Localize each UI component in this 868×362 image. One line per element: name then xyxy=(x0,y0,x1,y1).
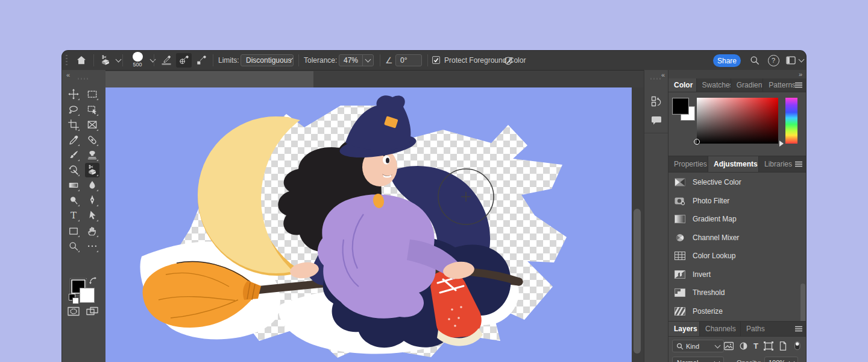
tool-background-eraser[interactable] xyxy=(85,163,99,177)
filter-adjustment-layers-icon[interactable] xyxy=(739,341,748,351)
layer-filter-kind-dropdown[interactable]: Kind xyxy=(672,340,724,352)
default-colors-bg[interactable] xyxy=(72,297,79,304)
scrollbar-thumb[interactable] xyxy=(634,209,641,354)
adjustment-invert[interactable]: Invert xyxy=(668,265,806,284)
tab-gradients[interactable]: Gradients xyxy=(731,78,764,92)
document-tab[interactable] xyxy=(105,71,313,88)
limits-dropdown[interactable]: Discontiguous xyxy=(241,54,294,66)
strip-grip[interactable] xyxy=(650,78,662,80)
background-eraser-icon xyxy=(86,164,98,176)
version-history-button[interactable] xyxy=(649,94,664,109)
tool-marquee[interactable] xyxy=(85,87,99,101)
rectangle-icon xyxy=(68,225,80,237)
tool-move[interactable] xyxy=(66,87,81,101)
comments-button[interactable] xyxy=(649,113,664,128)
tool-pen[interactable] xyxy=(85,193,99,208)
canvas[interactable] xyxy=(105,87,632,362)
tab-paths[interactable]: Paths xyxy=(741,322,770,336)
tolerance-field[interactable]: 47% xyxy=(339,54,374,66)
saturation-brightness-field[interactable] xyxy=(697,98,778,144)
collapse-tools-button[interactable]: « xyxy=(66,71,70,78)
screen-mode-button[interactable] xyxy=(86,306,99,319)
tool-healing-brush[interactable] xyxy=(85,133,99,147)
brush-preset-picker[interactable]: 500 xyxy=(126,52,149,68)
tool-rectangle[interactable] xyxy=(66,224,81,238)
tool-options-chevron[interactable] xyxy=(114,53,122,68)
check-icon xyxy=(433,57,439,63)
tool-zoom[interactable] xyxy=(66,239,81,253)
eyedropper-icon xyxy=(68,134,80,146)
tool-blur[interactable] xyxy=(85,178,99,192)
home-button[interactable] xyxy=(72,53,90,68)
tab-properties[interactable]: Properties xyxy=(668,156,708,172)
color-picker-marker[interactable] xyxy=(694,139,700,145)
search-button[interactable] xyxy=(747,53,763,68)
color-panel-foreground-swatch[interactable] xyxy=(673,98,688,114)
tools-grip[interactable] xyxy=(78,78,90,80)
tool-lasso[interactable] xyxy=(66,103,81,117)
color-panel-menu-button[interactable] xyxy=(795,78,806,92)
adjustment-color-lookup[interactable]: Color Lookup xyxy=(668,247,806,265)
hue-slider[interactable] xyxy=(785,98,797,144)
tool-frame[interactable] xyxy=(85,118,99,132)
tool-path-selection[interactable] xyxy=(85,208,99,223)
move-icon xyxy=(68,88,80,100)
panel-icon-strip: « xyxy=(644,70,668,362)
tool-dodge[interactable] xyxy=(66,193,81,208)
tab-libraries[interactable]: Libraries xyxy=(759,156,795,172)
tab-adjustments[interactable]: Adjustments xyxy=(708,156,759,172)
adjustments-panel-menu-button[interactable] xyxy=(795,156,806,172)
quick-mask-button[interactable] xyxy=(68,306,80,319)
tab-patterns[interactable]: Patterns xyxy=(763,78,795,92)
brush-picker-chevron[interactable] xyxy=(148,53,157,68)
workspace-button[interactable] xyxy=(783,53,799,68)
filter-type-layers-icon[interactable]: T xyxy=(753,341,758,351)
opacity-field[interactable]: 100% xyxy=(764,357,798,362)
protect-foreground-checkbox[interactable] xyxy=(432,56,440,64)
swap-colors-button[interactable] xyxy=(89,276,98,288)
share-button[interactable]: Share xyxy=(713,54,741,67)
tool-crop[interactable] xyxy=(66,118,81,132)
layers-panel-menu-button[interactable] xyxy=(795,322,806,336)
tab-color[interactable]: Color xyxy=(668,78,697,92)
blend-mode-dropdown[interactable]: Normal xyxy=(672,357,724,362)
tool-history-brush[interactable] xyxy=(66,163,81,177)
adjustment-gradient-map[interactable]: Gradient Map xyxy=(668,210,806,229)
filter-pixel-layers-icon[interactable] xyxy=(724,341,734,351)
tool-clone-stamp[interactable] xyxy=(85,148,99,162)
tool-more[interactable] xyxy=(85,239,99,253)
tool-eyedropper[interactable] xyxy=(66,133,81,147)
filter-shape-layers-icon[interactable] xyxy=(764,341,773,351)
angle-field[interactable]: 0° xyxy=(395,54,422,66)
tool-gradient[interactable] xyxy=(66,178,81,192)
panel-group-header: » xyxy=(668,70,806,78)
expand-panels-button[interactable]: » xyxy=(799,71,802,78)
layer-filter-toggle[interactable] xyxy=(793,341,802,351)
current-tool-button[interactable] xyxy=(96,53,115,68)
help-button[interactable]: ? xyxy=(766,53,781,68)
tool-type[interactable]: T xyxy=(66,208,81,223)
sampling-once-button[interactable] xyxy=(176,53,192,68)
tool-hand[interactable] xyxy=(85,224,99,238)
filter-smart-objects-icon[interactable] xyxy=(779,341,787,351)
tools-panel: « T xyxy=(62,70,106,362)
tab-swatches[interactable]: Swatches xyxy=(697,78,731,92)
color-slider-marker xyxy=(779,141,784,147)
tab-channels[interactable]: Channels xyxy=(700,322,741,336)
sampling-continuous-button[interactable] xyxy=(159,53,174,68)
background-color-swatch[interactable] xyxy=(80,288,95,303)
tool-brush[interactable] xyxy=(66,148,81,162)
tab-layers[interactable]: Layers xyxy=(668,322,700,336)
adjustment-channel-mixer[interactable]: Channel Mixer xyxy=(668,229,806,247)
canvas-vertical-scrollbar[interactable] xyxy=(632,87,644,362)
adjustment-selective-color[interactable]: Selective Color xyxy=(668,173,806,192)
adjustment-posterize[interactable]: Posterize xyxy=(668,302,806,321)
adjustment-threshold[interactable]: Threshold xyxy=(668,284,806,302)
workspace-chevron[interactable] xyxy=(797,53,805,68)
toolbar-grip[interactable] xyxy=(66,55,68,66)
tolerance-chevron[interactable] xyxy=(362,55,373,66)
pressure-size-button[interactable] xyxy=(501,53,517,68)
tool-object-selection[interactable] xyxy=(85,103,99,117)
adjustment-photo-filter[interactable]: Photo Filter xyxy=(668,192,806,211)
sampling-background-swatch-button[interactable] xyxy=(193,53,209,68)
